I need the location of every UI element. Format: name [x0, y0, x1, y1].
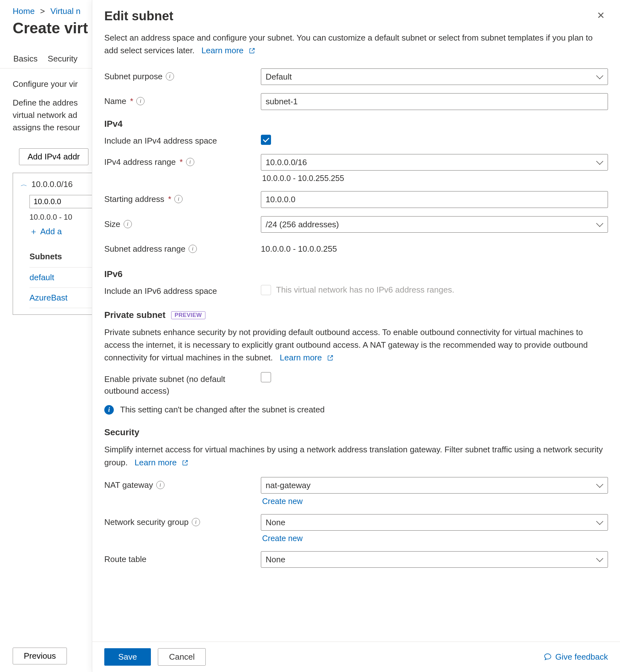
external-link-icon — [249, 44, 255, 57]
nat-gateway-select[interactable]: nat-gateway — [261, 477, 608, 494]
starting-address-label: Starting address* i — [104, 191, 261, 204]
nsg-create-new-link[interactable]: Create new — [262, 534, 303, 543]
info-icon[interactable]: i — [186, 158, 194, 166]
enable-private-subnet-checkbox[interactable] — [261, 372, 271, 382]
include-ipv4-checkbox[interactable] — [261, 135, 271, 145]
info-icon[interactable]: i — [156, 481, 164, 489]
info-icon[interactable]: i — [123, 220, 132, 228]
route-table-label: Route table — [104, 551, 261, 564]
wizard-footer: Previous — [13, 648, 67, 664]
panel-title: Edit subnet — [104, 9, 173, 23]
include-ipv6-label: Include an IPv6 address space — [104, 285, 261, 296]
starting-address-input[interactable] — [261, 191, 608, 208]
tab-security[interactable]: Security — [47, 49, 78, 68]
chevron-up-icon[interactable]: ︿ — [20, 181, 28, 188]
breadcrumb-separator: > — [40, 6, 45, 16]
feedback-icon — [543, 653, 552, 662]
external-link-icon — [182, 456, 189, 469]
size-select[interactable]: /24 (256 addresses) — [261, 216, 608, 232]
enable-private-subnet-label: Enable private subnet (no default outbou… — [104, 372, 261, 397]
size-label: Size i — [104, 216, 261, 229]
preview-badge: PREVIEW — [171, 311, 205, 319]
add-ipv4-address-space-button[interactable]: Add IPv4 addr — [19, 148, 89, 165]
edit-subnet-panel: Edit subnet ✕ Select an address space an… — [92, 0, 620, 672]
external-link-icon — [327, 351, 334, 364]
security-description: Simplify internet access for virtual mac… — [104, 443, 608, 469]
info-icon[interactable]: i — [189, 245, 197, 253]
previous-button[interactable]: Previous — [13, 648, 67, 664]
tab-basics[interactable]: Basics — [13, 49, 38, 68]
info-icon[interactable]: i — [192, 518, 200, 526]
subnet-purpose-label: Subnet purpose i — [104, 68, 261, 82]
private-subnet-heading: Private subnet PREVIEW — [104, 310, 608, 320]
ipv4-range-helper: 10.0.0.0 - 10.0.255.255 — [261, 174, 608, 183]
learn-more-link[interactable]: Learn more — [201, 46, 255, 55]
ipv6-disabled-text: This virtual network has no IPv6 address… — [276, 285, 454, 295]
nat-create-new-link[interactable]: Create new — [262, 497, 303, 506]
ipv6-section-heading: IPv6 — [104, 269, 608, 279]
plus-icon: ＋ — [30, 226, 38, 237]
name-label: Name* i — [104, 93, 261, 106]
include-ipv4-label: Include an IPv4 address space — [104, 135, 261, 146]
private-subnet-description: Private subnets enhance security by not … — [104, 326, 608, 364]
nsg-label: Network security group i — [104, 514, 261, 527]
nat-gateway-label: NAT gateway i — [104, 477, 261, 490]
private-subnet-info-callout: i This setting can't be changed after th… — [104, 405, 608, 415]
cancel-button[interactable]: Cancel — [158, 648, 206, 666]
security-section-heading: Security — [104, 427, 608, 437]
panel-footer: Save Cancel Give feedback — [92, 641, 620, 672]
nsg-select[interactable]: None — [261, 514, 608, 531]
close-icon[interactable]: ✕ — [594, 9, 608, 22]
ipv4-section-heading: IPv4 — [104, 119, 608, 129]
subnet-purpose-select[interactable]: Default — [261, 68, 608, 85]
subnet-address-range-label: Subnet address range i — [104, 241, 261, 254]
include-ipv6-checkbox — [261, 285, 271, 295]
info-icon[interactable]: i — [136, 97, 145, 105]
info-solid-icon: i — [104, 405, 114, 415]
name-input[interactable] — [261, 93, 608, 110]
ipv4-range-select[interactable]: 10.0.0.0/16 — [261, 154, 608, 170]
learn-more-security-link[interactable]: Learn more — [135, 458, 188, 467]
panel-intro: Select an address space and configure yo… — [104, 32, 608, 57]
cidr-header-text: 10.0.0.0/16 — [32, 179, 72, 189]
subnet-address-range-value: 10.0.0.0 - 10.0.0.255 — [261, 241, 608, 254]
breadcrumb-virtual-networks[interactable]: Virtual n — [50, 6, 81, 16]
save-button[interactable]: Save — [104, 648, 151, 666]
ipv4-range-label: IPv4 address range* i — [104, 154, 261, 167]
give-feedback-link[interactable]: Give feedback — [543, 652, 608, 662]
learn-more-private-link[interactable]: Learn more — [280, 353, 334, 362]
breadcrumb-home[interactable]: Home — [13, 6, 35, 16]
info-icon[interactable]: i — [166, 72, 174, 81]
route-table-select[interactable]: None — [261, 551, 608, 568]
info-icon[interactable]: i — [174, 195, 183, 203]
